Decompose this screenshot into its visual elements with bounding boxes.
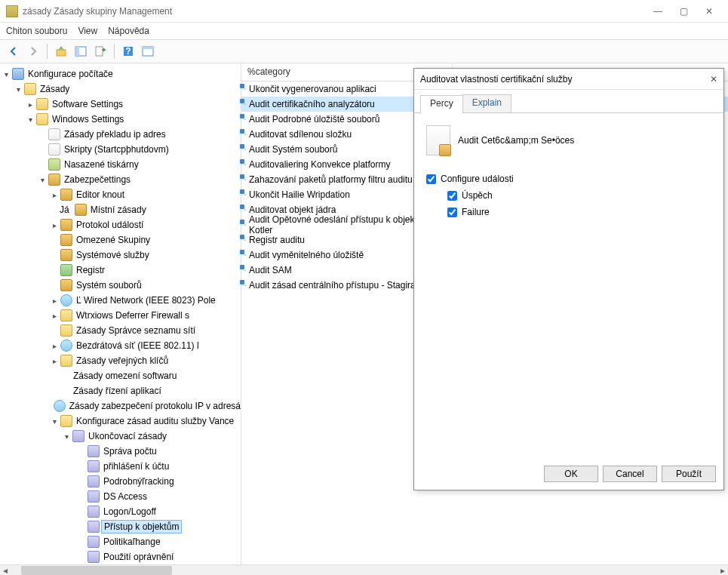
list-pane: %category Události auditu Ukončit vygene… (241, 63, 728, 564)
tree-eventlog[interactable]: Protokol událostí (74, 219, 146, 231)
policy-item-icon (244, 164, 246, 165)
shield-icon (48, 174, 60, 186)
expand-icon[interactable]: ▸ (50, 357, 59, 365)
tree-dsaccess[interactable]: DS Access (101, 490, 149, 503)
show-hide-button[interactable] (72, 42, 90, 60)
tree-pubkey[interactable]: Zásady veřejných klíčů (74, 355, 170, 367)
tab-explain[interactable]: Explain (462, 94, 511, 112)
tree-scripts[interactable]: Skripty (Startcpþhutdovm) (62, 143, 171, 155)
shield-icon (60, 234, 72, 246)
registry-icon (60, 264, 72, 276)
shield-icon (60, 249, 72, 261)
tree-root[interactable]: Konfigurace počítače (26, 68, 115, 80)
network-icon (60, 294, 72, 306)
tree-printers[interactable]: Nasazené tiskárny (62, 158, 141, 171)
svg-rect-3 (96, 47, 103, 56)
titlebar: zásady Zásady skupiny Management — ▢ ✕ (0, 0, 728, 23)
menu-view[interactable]: View (78, 26, 97, 36)
tree-ipsec[interactable]: Zásady zabezpečení protokolu IP v adresá… (67, 400, 241, 412)
tree-wired[interactable]: Ľ Wired Network (IEEE 8023) Pole (74, 294, 218, 306)
tree-logonoff[interactable]: Logon/Logoff (101, 506, 158, 518)
horizontal-scrollbar[interactable]: ◂ ▸ (0, 564, 728, 575)
computer-icon (12, 68, 24, 80)
expand-icon[interactable]: ▸ (26, 100, 35, 109)
policy-item-icon (244, 88, 246, 90)
tree-software[interactable]: Software Settings (50, 98, 125, 110)
tree-auditpol[interactable]: Ukončovací zásady (86, 430, 169, 442)
tree-restricted[interactable]: Omezené Skupiny (74, 234, 152, 246)
tree-privuse[interactable]: Použití oprávnění (101, 551, 176, 563)
expand-icon[interactable]: ▸ (50, 342, 59, 350)
policy-item-icon (244, 149, 246, 150)
tree-acctlogon[interactable]: přihlášení k účtu (101, 460, 171, 472)
success-checkbox[interactable] (447, 191, 457, 201)
policy-icon (72, 430, 84, 442)
policy-item-icon (244, 224, 246, 226)
configure-checkbox[interactable] (426, 174, 436, 184)
folder-icon (36, 113, 48, 125)
tree-editor[interactable]: Editor knout (74, 189, 127, 201)
menu-help[interactable]: Nápověda (108, 26, 149, 36)
expand-icon[interactable]: ▸ (50, 191, 59, 199)
failure-checkbox[interactable] (447, 208, 457, 217)
cancel-button[interactable]: Cancel (603, 466, 657, 482)
ok-button[interactable]: OK (544, 466, 598, 482)
dialog-close-button[interactable]: ✕ (710, 74, 717, 85)
policy-icon (88, 490, 100, 503)
tree-pane[interactable]: ▾Konfigurace počítače ▾Zásady ▸Software … (0, 63, 241, 564)
scroll-left-arrow[interactable]: ◂ (0, 565, 11, 576)
tree-local[interactable]: Místní zásady (88, 204, 149, 216)
cert-lock-icon (426, 125, 450, 155)
tree-policies[interactable]: Zásady (38, 83, 72, 95)
expand-icon[interactable]: ▾ (26, 115, 35, 124)
tree-filesystem[interactable]: Systém souborů (74, 279, 144, 291)
tree-ja[interactable]: Já (57, 204, 72, 216)
list-item-name: Ukončit vygenerovanou aplikaci (249, 84, 376, 94)
policy-icon (88, 521, 100, 533)
tree-objaccess[interactable]: Přístup k objektům (101, 520, 182, 533)
scroll-icon (48, 143, 60, 155)
expand-icon[interactable]: ▾ (50, 417, 59, 426)
scroll-thumb[interactable] (21, 566, 172, 575)
tree-registry[interactable]: Registr (74, 264, 107, 276)
list-item-name: Audit vyměnitelného úložiště (249, 250, 364, 260)
tree-appctrl[interactable]: Zásady řízení aplikací (71, 385, 164, 397)
tree-softrest[interactable]: Zásady omezení softwaru (71, 370, 179, 382)
tree-security[interactable]: Zabezpečettings (62, 174, 133, 186)
policy-item-icon (244, 254, 246, 256)
tree-services[interactable]: Systémové služby (74, 249, 152, 261)
tab-policy[interactable]: Percy (420, 95, 463, 113)
minimize-button[interactable]: — (645, 3, 671, 20)
menu-file[interactable]: Chiton souboru (6, 26, 67, 36)
apply-button[interactable]: Použít (662, 466, 716, 482)
props-button[interactable] (139, 42, 157, 60)
tree-polchange[interactable]: Politikaľhange (101, 536, 163, 548)
export-button[interactable] (91, 42, 109, 60)
tree-wireless[interactable]: Bezdrátová síť (IEEE 802.11) l (74, 340, 201, 352)
svg-text:?: ? (125, 46, 131, 57)
close-button[interactable]: ✕ (696, 3, 722, 20)
expand-icon[interactable]: ▸ (50, 297, 59, 305)
tree-detailtrack[interactable]: Podrobnýľracking (101, 475, 177, 487)
tree-windows[interactable]: Windows Settings (50, 113, 126, 125)
shield-icon (60, 219, 72, 231)
tree-acctmgmt[interactable]: Správa počtu (101, 445, 159, 457)
expand-icon[interactable]: ▸ (50, 221, 59, 229)
printers-icon (48, 158, 60, 171)
expand-icon[interactable]: ▾ (62, 432, 71, 441)
tree-firewall[interactable]: Wtrxiows Deferrer Firewall s (74, 309, 192, 321)
expand-icon[interactable]: ▾ (38, 176, 47, 184)
forward-button[interactable] (24, 42, 42, 60)
up-button[interactable] (52, 42, 70, 60)
maximize-button[interactable]: ▢ (671, 3, 696, 20)
back-button[interactable] (5, 42, 23, 60)
expand-icon[interactable]: ▾ (2, 70, 11, 78)
tree-auditcfg[interactable]: Konfigurace zásad auditu služby Vance (74, 415, 236, 427)
policy-icon (88, 475, 100, 487)
scroll-right-arrow[interactable]: ▸ (717, 565, 728, 576)
tree-netlist[interactable]: Zásady Správce seznamu sítí (74, 324, 198, 337)
tree-nameres[interactable]: Zásady překladu ip adres (62, 128, 168, 140)
expand-icon[interactable]: ▸ (50, 312, 59, 320)
help-button[interactable]: ? (119, 42, 137, 60)
expand-icon[interactable]: ▾ (14, 85, 23, 94)
